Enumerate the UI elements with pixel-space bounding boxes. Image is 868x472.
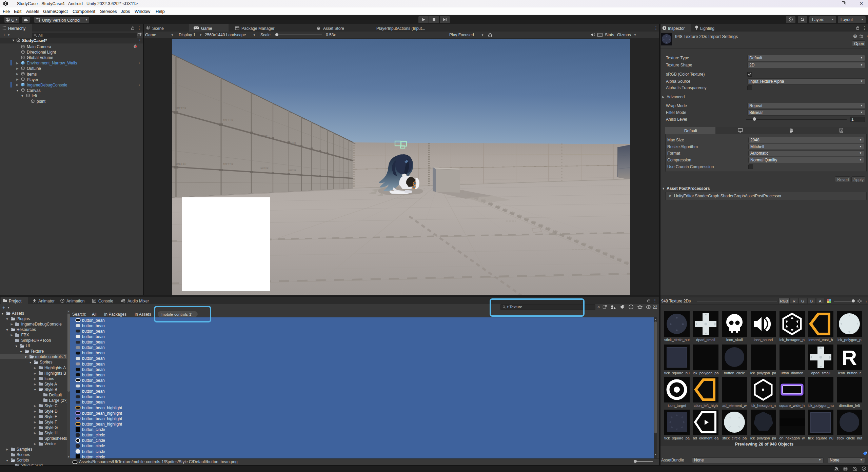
svg-text:1METER: 1METER [287, 142, 296, 144]
svg-text:1METER: 1METER [223, 119, 233, 122]
svg-text:R: R [842, 346, 857, 369]
svg-text:1METER: 1METER [288, 169, 297, 172]
svg-text:?: ? [854, 35, 856, 38]
svg-text:1METER: 1METER [258, 135, 268, 138]
svg-text:1METER: 1METER [175, 107, 186, 110]
svg-text:1METER: 1METER [259, 167, 269, 170]
svg-text:1METER: 1METER [175, 162, 186, 166]
svg-text:5: 5 [841, 130, 842, 132]
svg-text:1METER: 1METER [223, 163, 233, 166]
